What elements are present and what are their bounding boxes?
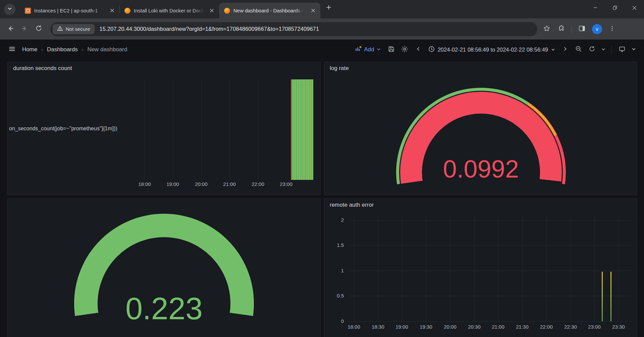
warning-triangle-icon bbox=[57, 25, 63, 32]
close-tab-icon[interactable] bbox=[108, 7, 116, 15]
minimize-button[interactable] bbox=[586, 0, 605, 17]
bookmark-button[interactable] bbox=[540, 22, 553, 36]
gridline bbox=[522, 216, 523, 321]
window-controls bbox=[586, 0, 644, 17]
gridline bbox=[450, 216, 450, 321]
gridline bbox=[349, 271, 633, 271]
close-window-button[interactable] bbox=[625, 0, 644, 17]
grafana-toolbar: Home › Dashboards › New dashboard bbox=[0, 40, 644, 60]
breadcrumb-home[interactable]: Home bbox=[22, 46, 37, 53]
chevron-down-icon bbox=[632, 47, 636, 53]
address-bar[interactable]: Not secure 15.207.20.44:3000/dashboard/n… bbox=[50, 22, 537, 36]
bar-cluster bbox=[291, 79, 313, 180]
hamburger-icon bbox=[8, 45, 16, 54]
kiosk-mode-button[interactable] bbox=[616, 44, 628, 56]
refresh-button[interactable] bbox=[586, 44, 598, 56]
panel-log-rate[interactable]: log rate 0.0992 bbox=[324, 62, 637, 195]
chevron-down-icon bbox=[7, 6, 12, 12]
grafana-favicon-icon bbox=[124, 8, 130, 14]
side-panel-button[interactable] bbox=[575, 22, 589, 36]
tab-title: Instances | EC2 | ap-south-1 bbox=[34, 8, 105, 13]
gridline bbox=[349, 321, 633, 322]
dashboard-settings-button[interactable] bbox=[399, 44, 411, 56]
x-tick-label: 22:00 bbox=[252, 181, 264, 187]
dashboard-grid: duration seconds count on_seconds_count{… bbox=[0, 60, 644, 337]
time-shift-back-button[interactable] bbox=[412, 44, 424, 56]
close-tab-icon[interactable] bbox=[309, 7, 317, 15]
profile-avatar[interactable]: v bbox=[592, 24, 602, 34]
panel-gauge-untitled[interactable]: 0.223 bbox=[7, 198, 321, 337]
save-icon bbox=[388, 46, 395, 54]
close-tab-icon[interactable] bbox=[208, 7, 216, 15]
series-label: on_seconds_count{job=~"prometheus"}[1m])… bbox=[10, 126, 117, 132]
grafana-favicon-icon bbox=[224, 8, 230, 14]
mega-menu-button[interactable] bbox=[6, 44, 18, 56]
panel-title[interactable]: remote auth error bbox=[330, 202, 374, 208]
x-tick-label: 22:00 bbox=[540, 324, 553, 330]
gridline bbox=[349, 245, 633, 246]
gridline bbox=[201, 79, 202, 180]
kebab-menu-icon bbox=[609, 25, 615, 33]
extensions-button[interactable] bbox=[555, 22, 568, 36]
x-tick-label: 20:30 bbox=[468, 324, 481, 330]
browser-menu-button[interactable] bbox=[605, 22, 619, 36]
add-chart-icon bbox=[355, 46, 362, 54]
gauge-value: 0.223 bbox=[74, 293, 254, 324]
panel-remote-auth-error[interactable]: remote auth error 2 1.5 bbox=[324, 198, 637, 337]
toolbar-more-button[interactable] bbox=[629, 44, 638, 56]
restore-button[interactable] bbox=[605, 0, 625, 17]
security-chip[interactable]: Not secure bbox=[53, 24, 95, 34]
chevron-right-icon: › bbox=[41, 47, 43, 52]
gridline bbox=[498, 216, 498, 321]
tab-title: Install Loki with Docker or Dock bbox=[134, 8, 204, 13]
url-text[interactable]: 15.207.20.44:3000/dashboard/new?orgId=1&… bbox=[100, 26, 319, 32]
gridline bbox=[349, 296, 633, 296]
star-icon bbox=[543, 25, 550, 33]
close-icon bbox=[632, 5, 637, 12]
x-tick-label: 20:00 bbox=[195, 181, 208, 187]
add-panel-button[interactable]: Add bbox=[352, 46, 384, 54]
time-shift-forward-button[interactable] bbox=[559, 44, 571, 56]
panel-title[interactable]: duration seconds count bbox=[13, 65, 72, 72]
x-tick-label: 19:00 bbox=[395, 324, 408, 330]
reload-button[interactable] bbox=[32, 22, 46, 36]
tab-search-button[interactable] bbox=[4, 4, 15, 15]
tab-ec2[interactable]: Instances | EC2 | ap-south-1 bbox=[20, 3, 119, 18]
gridline bbox=[258, 79, 258, 180]
tab-new-dashboard[interactable]: New dashboard - Dashboards - bbox=[219, 3, 320, 18]
gridline bbox=[229, 79, 230, 180]
forward-button[interactable] bbox=[17, 22, 32, 36]
breadcrumb-current: New dashboard bbox=[87, 46, 127, 53]
gear-icon bbox=[401, 46, 408, 54]
reload-icon bbox=[35, 25, 42, 33]
y-tick-label: 2 bbox=[328, 217, 344, 223]
x-tick-label: 21:00 bbox=[492, 324, 504, 330]
plus-icon bbox=[326, 5, 331, 11]
time-range-picker[interactable]: 2024-02-21 08:56:49 to 2024-02-22 08:56:… bbox=[426, 46, 558, 54]
breadcrumb-dashboards[interactable]: Dashboards bbox=[47, 46, 78, 53]
zoom-out-time-button[interactable] bbox=[573, 44, 585, 56]
new-tab-button[interactable] bbox=[323, 2, 334, 14]
refresh-interval-button[interactable] bbox=[599, 44, 607, 56]
browser-window: Instances | EC2 | ap-south-1 Install Lok… bbox=[0, 0, 644, 337]
toolbar-divider bbox=[572, 25, 572, 33]
gridline bbox=[594, 216, 595, 321]
tab-loki-docs[interactable]: Install Loki with Docker or Dock bbox=[120, 3, 219, 18]
chevron-left-icon bbox=[416, 47, 421, 53]
add-label: Add bbox=[364, 46, 374, 53]
clock-icon bbox=[428, 46, 435, 54]
back-button[interactable] bbox=[3, 22, 17, 36]
time-range-text: 2024-02-21 08:56:49 to 2024-02-22 08:56:… bbox=[438, 47, 548, 53]
panel-duration-seconds-count[interactable]: duration seconds count on_seconds_count{… bbox=[7, 62, 321, 195]
x-tick-label: 18:00 bbox=[138, 181, 151, 187]
security-label: Not secure bbox=[66, 26, 90, 32]
chevron-down-icon bbox=[551, 47, 555, 53]
chevron-right-icon bbox=[563, 47, 568, 53]
x-tick-label: 23:30 bbox=[612, 324, 625, 330]
panel-title[interactable]: log rate bbox=[330, 65, 349, 72]
tab-title: New dashboard - Dashboards - bbox=[233, 8, 306, 13]
gridline bbox=[571, 216, 571, 321]
save-dashboard-button[interactable] bbox=[385, 44, 397, 56]
ec2-favicon-icon bbox=[25, 8, 31, 14]
back-icon bbox=[7, 25, 14, 33]
